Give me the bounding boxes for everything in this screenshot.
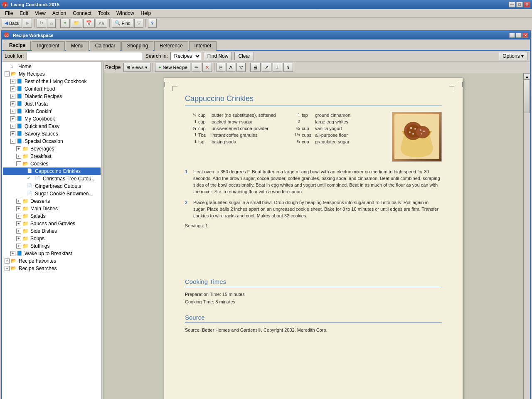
help-button[interactable]: ? bbox=[148, 19, 157, 28]
tree-toggle-mycookbook[interactable]: + bbox=[10, 116, 15, 121]
menu-help[interactable]: Help bbox=[138, 10, 155, 17]
tree-item-best[interactable]: + 📘 Best of the Living Cookbook bbox=[3, 78, 101, 85]
tree-item-side-dishes[interactable]: + 📁 Side Dishes bbox=[3, 227, 101, 235]
views-button[interactable]: ⊞ Views ▾ bbox=[123, 63, 150, 72]
inner-maximize-button[interactable]: □ bbox=[516, 33, 522, 38]
tree-item-comfort[interactable]: + 📘 Comfort Food bbox=[3, 85, 101, 93]
options-button[interactable]: Options ▾ bbox=[499, 52, 527, 60]
tree-toggle-wake-up[interactable]: + bbox=[10, 251, 15, 256]
tree-toggle-comfort[interactable]: + bbox=[10, 86, 15, 91]
delete-recipe-button[interactable]: ✕ bbox=[202, 63, 212, 72]
tree-toggle-savory[interactable]: + bbox=[10, 131, 15, 136]
tree-item-cappuccino[interactable]: 📄 Cappuccino Crinkles bbox=[3, 167, 101, 175]
back-button[interactable]: ◀ Back bbox=[2, 19, 22, 28]
share-button[interactable]: ⇪ bbox=[283, 63, 293, 72]
tree-item-quick[interactable]: + 📘 Quick and Easy bbox=[3, 123, 101, 130]
folder-button[interactable]: 📁 bbox=[71, 19, 82, 28]
search-input[interactable] bbox=[27, 52, 143, 60]
filter-recipe-button[interactable]: ▽ bbox=[236, 63, 246, 72]
tree-item-wake-up[interactable]: + 📘 Wake up to Breakfast bbox=[3, 250, 101, 257]
inner-minimize-button[interactable]: — bbox=[509, 33, 515, 38]
tree-toggle-best[interactable]: + bbox=[10, 79, 15, 84]
format-button[interactable]: Aa bbox=[96, 19, 107, 28]
tree-toggle-salads[interactable]: + bbox=[16, 214, 21, 219]
tree-toggle-special[interactable]: - bbox=[10, 139, 15, 144]
print-button[interactable]: 🖨 bbox=[250, 63, 261, 72]
tree-toggle-kids[interactable]: + bbox=[10, 109, 15, 114]
tree-item-mycookbook[interactable]: + 📘 My Cookbook bbox=[3, 115, 101, 123]
clear-button[interactable]: Clear bbox=[234, 52, 254, 60]
tree-toggle-desserts[interactable]: + bbox=[16, 199, 21, 204]
scroll-up-button[interactable]: ▲ bbox=[524, 73, 530, 80]
tree-item-salads[interactable]: + 📁 Salads bbox=[3, 212, 101, 220]
tree-toggle-recipe-favorites[interactable]: + bbox=[5, 259, 10, 264]
home-button[interactable]: ⌂ bbox=[47, 19, 56, 28]
tree-item-christmas[interactable]: ✔ 📄 Christmas Tree Cutou... bbox=[3, 175, 101, 182]
menu-action[interactable]: Action bbox=[49, 10, 69, 17]
find-button[interactable]: 🔍 Find bbox=[112, 19, 133, 28]
tree-item-home[interactable]: ⌂ Home bbox=[3, 63, 101, 70]
tab-menu[interactable]: Menu bbox=[66, 41, 89, 51]
new-button[interactable]: ✦ bbox=[60, 19, 70, 28]
tab-calendar[interactable]: Calendar bbox=[90, 41, 121, 51]
tree-toggle-recipe-searches[interactable]: + bbox=[5, 266, 10, 271]
tree-toggle-stuffings[interactable]: + bbox=[16, 244, 21, 249]
tab-internet[interactable]: Internet bbox=[189, 41, 217, 51]
tree-item-special[interactable]: - 📘 Special Occasion bbox=[3, 138, 101, 145]
tree-toggle-breakfast[interactable]: + bbox=[16, 154, 21, 159]
tree-item-main-dishes[interactable]: + 📁 Main Dishes bbox=[3, 205, 101, 212]
calendar-button[interactable]: 📅 bbox=[83, 19, 95, 28]
menu-view[interactable]: View bbox=[32, 10, 49, 17]
tree-item-beverages[interactable]: + 📁 Beverages bbox=[3, 145, 101, 153]
tree-item-cookies[interactable]: - 📂 Cookies bbox=[3, 160, 101, 167]
tree-toggle-cookies[interactable]: - bbox=[16, 161, 21, 166]
tree-toggle-my-recipes[interactable]: - bbox=[5, 71, 10, 76]
export-button[interactable]: ↗ bbox=[262, 63, 271, 72]
tree-item-desserts[interactable]: + 📁 Desserts bbox=[3, 197, 101, 205]
tree-toggle-pasta[interactable]: + bbox=[10, 101, 15, 106]
menu-edit[interactable]: Edit bbox=[16, 10, 32, 17]
menu-file[interactable]: File bbox=[2, 10, 16, 17]
tree-toggle-quick[interactable]: + bbox=[10, 124, 15, 129]
menu-connect[interactable]: Connect bbox=[69, 10, 95, 17]
filter-button[interactable]: ▽ bbox=[134, 19, 143, 28]
tree-item-breakfast[interactable]: + 📁 Breakfast bbox=[3, 153, 101, 160]
tree-item-kids[interactable]: + 📘 Kids Cookin' bbox=[3, 108, 101, 115]
tab-reference[interactable]: Reference bbox=[154, 41, 188, 51]
menu-window[interactable]: Window bbox=[113, 10, 138, 17]
tab-ingredient[interactable]: Ingredient bbox=[32, 41, 64, 51]
new-recipe-button[interactable]: ✦ New Recipe bbox=[155, 63, 190, 72]
import-button[interactable]: ⇩ bbox=[273, 63, 282, 72]
tree-item-soups[interactable]: + 📁 Soups bbox=[3, 235, 101, 242]
refresh-button[interactable]: ↻ bbox=[37, 19, 46, 28]
tree-item-sugar[interactable]: 📄 Sugar Cookie Snowmen... bbox=[3, 190, 101, 197]
copy-button[interactable]: ⎘ bbox=[217, 63, 225, 72]
close-button[interactable]: ✕ bbox=[524, 2, 530, 7]
tree-item-my-recipes[interactable]: - 📂 My Recipes bbox=[3, 70, 101, 78]
menu-tools[interactable]: Tools bbox=[95, 10, 113, 17]
tree-toggle-side-dishes[interactable]: + bbox=[16, 229, 21, 234]
tree-toggle-main-dishes[interactable]: + bbox=[16, 206, 21, 211]
tab-recipe[interactable]: Recipe bbox=[4, 41, 31, 50]
tab-shopping[interactable]: Shopping bbox=[121, 41, 153, 51]
tree-item-stuffings[interactable]: + 📁 Stuffings bbox=[3, 242, 101, 250]
scrollbar-thumb[interactable] bbox=[524, 80, 530, 113]
tree-toggle-sauces[interactable]: + bbox=[16, 221, 21, 226]
tree-toggle-beverages[interactable]: + bbox=[16, 146, 21, 151]
tree-toggle-soups[interactable]: + bbox=[16, 236, 21, 241]
maximize-button[interactable]: □ bbox=[516, 2, 523, 7]
inner-close-button[interactable]: ✕ bbox=[522, 33, 528, 38]
edit-recipe-button[interactable]: ✏ bbox=[192, 63, 201, 72]
search-in-select[interactable]: Recipes bbox=[170, 52, 201, 60]
find-now-button[interactable]: Find Now bbox=[204, 52, 232, 60]
tree-toggle-diabetic[interactable]: + bbox=[10, 94, 15, 99]
minimize-button[interactable]: — bbox=[509, 2, 515, 7]
tree-item-diabetic[interactable]: + 📘 Diabetic Recipes bbox=[3, 93, 101, 100]
tree-item-recipe-favorites[interactable]: + 📂 Recipe Favorites bbox=[3, 257, 101, 265]
tree-item-pasta[interactable]: + 📘 Just Pasta bbox=[3, 100, 101, 108]
tree-item-sauces[interactable]: + 📁 Sauces and Gravies bbox=[3, 220, 101, 227]
tree-item-recipe-searches[interactable]: + 📂 Recipe Searches bbox=[3, 265, 101, 272]
forward-button[interactable]: ▶ bbox=[23, 19, 32, 28]
font-button[interactable]: A bbox=[227, 63, 235, 72]
tree-item-gingerbread[interactable]: 📄 Gingerbread Cutouts bbox=[3, 182, 101, 190]
